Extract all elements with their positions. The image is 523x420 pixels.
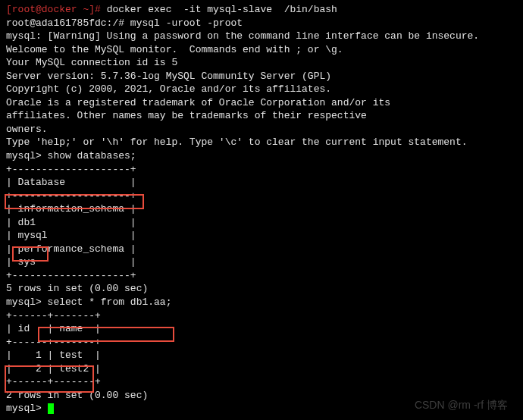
table-border: +--------------------+: [6, 163, 517, 177]
shell-prompt: [root@docker ~]#: [6, 4, 107, 15]
table-row: | 2 | test2 |: [6, 362, 517, 376]
table-row: | 1 | test |: [6, 349, 517, 362]
table-border: +--------------------+: [6, 269, 517, 283]
table-row: | performance_schema |: [6, 243, 517, 256]
mysql-command-show-databases: mysql> show databases;: [6, 149, 517, 163]
table-row-db1: | db1 |: [6, 216, 517, 230]
terminal-line: owners.: [6, 123, 517, 136]
table-row: | mysql |: [6, 229, 517, 243]
table-header: | Database |: [6, 176, 517, 190]
terminal-line: Server version: 5.7.36-log MySQL Communi…: [6, 70, 517, 83]
terminal-line: affiliates. Other names may be trademark…: [6, 109, 517, 123]
terminal-line: mysql: [Warning] Using a password on the…: [6, 30, 517, 43]
terminal-line: Type 'help;' or '\h' for help. Type '\c'…: [6, 136, 517, 149]
table-header: | id | name |: [6, 322, 517, 336]
table-row: | sys |: [6, 255, 517, 269]
shell-command: docker exec -it mysql-slave /bin/bash: [107, 4, 337, 15]
cursor-icon: [48, 403, 54, 414]
mysql-command-select: mysql> select * from db1.aa;: [6, 296, 517, 309]
terminal-line: Oracle is a registered trademark of Orac…: [6, 96, 517, 110]
mysql-prompt-text: mysql>: [6, 403, 48, 414]
table-border: +--------------------+: [6, 190, 517, 203]
result-summary: 5 rows in set (0.00 sec): [6, 282, 517, 296]
table-border: +------+-------+: [6, 309, 517, 323]
terminal-line: Your MySQL connection id is 5: [6, 56, 517, 70]
terminal-line: root@ada161785fdc:/# mysql -uroot -proot: [6, 17, 517, 30]
terminal-line-prompt: [root@docker ~]# docker exec -it mysql-s…: [6, 3, 517, 17]
table-border: +------+-------+: [6, 336, 517, 349]
terminal-line: Welcome to the MySQL monitor. Commands e…: [6, 43, 517, 57]
table-row: | information_schema |: [6, 202, 517, 216]
table-border: +------+-------+: [6, 375, 517, 389]
terminal-line: Copyright (c) 2000, 2021, Oracle and/or …: [6, 83, 517, 96]
watermark-text: CSDN @rm -rf 博客: [415, 398, 508, 412]
